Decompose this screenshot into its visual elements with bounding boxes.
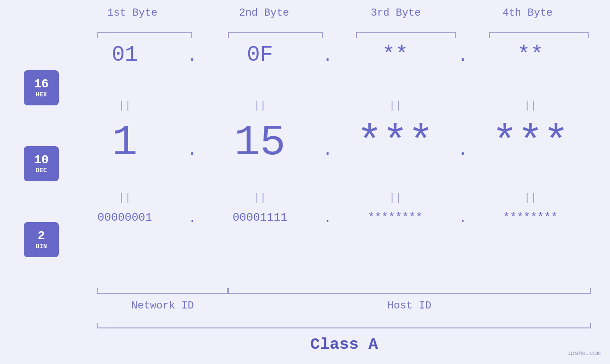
vcap-b2r bbox=[590, 288, 591, 294]
dec-val-1: 1 bbox=[66, 119, 183, 167]
vcap-cl bbox=[97, 323, 98, 328]
class-bracket bbox=[97, 327, 591, 328]
hex-badge-label: HEX bbox=[36, 91, 47, 98]
dec-badge: 10 DEC bbox=[24, 146, 59, 181]
main-container: 1st Byte 2nd Byte 3rd Byte 4th Byte 16 H… bbox=[0, 0, 610, 364]
eq-2-1: || bbox=[66, 192, 183, 204]
dot-dec-2: . bbox=[318, 140, 337, 160]
bin-badge-label: BIN bbox=[36, 243, 47, 250]
dec-badge-num: 10 bbox=[34, 153, 48, 167]
bracket-bottom-net bbox=[97, 293, 228, 294]
vcap-t4l bbox=[489, 32, 490, 38]
bracket-top-4 bbox=[489, 32, 589, 33]
dot-hex-3: . bbox=[453, 47, 472, 66]
eq-2-2: || bbox=[202, 192, 319, 204]
vcap-cr bbox=[590, 323, 591, 328]
eq-2-4: || bbox=[472, 192, 589, 204]
equals-row-2: || || || || bbox=[66, 192, 589, 204]
hex-badge-num: 16 bbox=[34, 77, 48, 91]
vcap-t2r bbox=[322, 32, 323, 38]
bracket-top-3 bbox=[356, 32, 456, 33]
eq-1-2: || bbox=[202, 100, 319, 112]
dot-hex-1: . bbox=[183, 47, 202, 66]
hex-badge: 16 HEX bbox=[24, 70, 59, 105]
dot-dec-3: . bbox=[453, 140, 472, 160]
bin-badge-num: 2 bbox=[38, 229, 45, 243]
vcap-t4r bbox=[588, 32, 589, 38]
class-label: Class A bbox=[97, 336, 591, 354]
hex-val-2: 0F bbox=[202, 43, 319, 67]
vcap-t1l bbox=[97, 32, 98, 38]
bin-val-3: ******** bbox=[337, 211, 454, 224]
eq-2-3: || bbox=[337, 192, 454, 204]
vcap-t3r bbox=[455, 32, 456, 38]
dot-bin-1: . bbox=[183, 211, 202, 226]
dot-dec-1: . bbox=[183, 140, 202, 160]
vcap-t1r bbox=[191, 32, 192, 38]
byte-header-4: 4th Byte bbox=[468, 7, 587, 19]
hex-val-3: ** bbox=[337, 43, 454, 67]
dec-val-2: 15 bbox=[202, 119, 319, 167]
byte-header-2: 2nd Byte bbox=[205, 7, 323, 19]
hex-val-4: ** bbox=[472, 43, 589, 67]
dot-bin-3: . bbox=[453, 211, 472, 226]
byte-header-3: 3rd Byte bbox=[337, 7, 455, 19]
bracket-top-2 bbox=[228, 32, 323, 33]
vcap-t2l bbox=[228, 32, 229, 38]
eq-1-4: || bbox=[472, 100, 589, 112]
bracket-top-1 bbox=[97, 32, 192, 33]
dot-bin-2: . bbox=[318, 211, 337, 226]
dec-val-4: *** bbox=[472, 119, 589, 167]
bin-badge: 2 BIN bbox=[24, 222, 59, 257]
dec-val-3: *** bbox=[337, 119, 454, 167]
bin-val-1: 00000001 bbox=[66, 211, 183, 224]
network-id-label: Network ID bbox=[97, 300, 228, 312]
vcap-t3l bbox=[356, 32, 357, 38]
dec-row: 1 . 15 . *** . *** bbox=[66, 119, 589, 167]
vcap-b2l bbox=[228, 288, 229, 294]
bin-val-2: 00001111 bbox=[202, 211, 319, 224]
eq-1-3: || bbox=[337, 100, 454, 112]
bracket-bottom-host bbox=[228, 293, 591, 294]
watermark: ipshu.com bbox=[567, 350, 601, 357]
host-id-label: Host ID bbox=[228, 300, 591, 312]
equals-row-1: || || || || bbox=[66, 100, 589, 112]
dec-badge-label: DEC bbox=[36, 167, 47, 174]
hex-val-1: 01 bbox=[66, 43, 183, 67]
bin-val-4: ******** bbox=[472, 211, 589, 224]
eq-1-1: || bbox=[66, 100, 183, 112]
vcap-b1l bbox=[97, 288, 98, 294]
bin-row: 00000001 . 00001111 . ******** . *******… bbox=[66, 209, 589, 226]
hex-row: 01 . 0F . ** . ** bbox=[66, 43, 589, 67]
byte-header-1: 1st Byte bbox=[73, 7, 192, 19]
dot-hex-2: . bbox=[318, 47, 337, 66]
